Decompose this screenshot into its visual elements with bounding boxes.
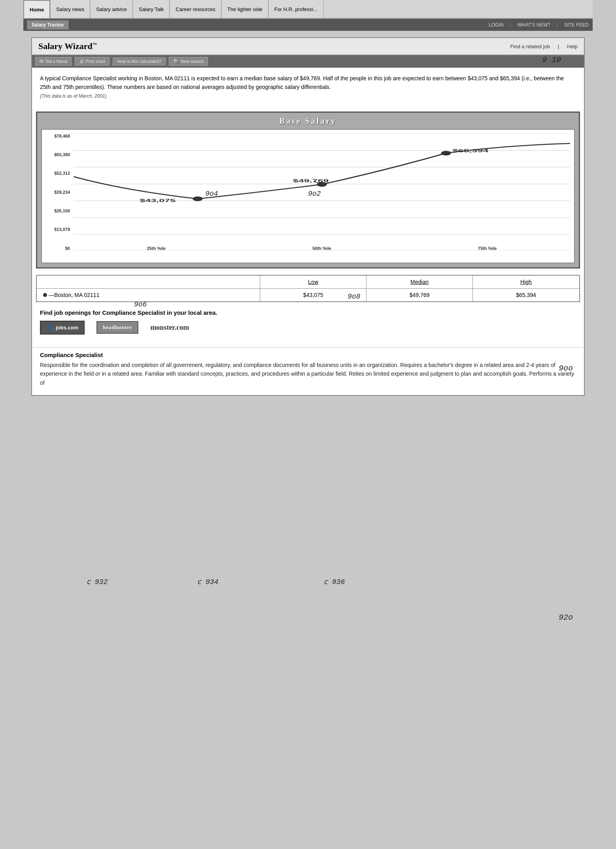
jobs-com-button[interactable]: 🐾 jobs.com <box>40 321 85 335</box>
ann-934: ᴄ 934 <box>197 577 218 586</box>
nav-salary-talk-label: Salary Talk <box>139 6 164 12</box>
chart-container: Base Salary $78,468 $65,390 $52,312 $39,… <box>36 112 580 269</box>
y-label-1: $65,390 <box>54 152 70 157</box>
toolbar-row: ✉ Tell a friend 🖨 Print chart How is thi… <box>32 55 584 68</box>
nav-home-label: Home <box>30 7 44 13</box>
new-search-button[interactable]: 🔍 New search <box>169 57 208 66</box>
find-related-job-link[interactable]: Find a related job <box>510 43 550 49</box>
nav-tab-home[interactable]: Home <box>23 0 50 18</box>
salary-curve-svg: $43,075 $49,769 $65,394 <box>74 134 570 251</box>
salary-high: $65,394 <box>472 288 580 302</box>
wizard-header-links: Find a related job | Help <box>510 43 578 49</box>
job-description-section: Compliance Specialist Responsible for th… <box>32 347 584 395</box>
print-chart-button[interactable]: 🖨 Print chart <box>75 57 110 66</box>
table-header-median[interactable]: Median <box>367 275 473 289</box>
svg-text:$43,075: $43,075 <box>140 198 176 203</box>
search-icon: 🔍 <box>173 59 179 64</box>
chart-title: Base Salary <box>41 117 575 126</box>
print-icon: 🖨 <box>79 59 84 64</box>
second-nav-right: LOGIN I WHAT'S NEW? I SITE FEED <box>489 22 589 28</box>
table-row: —Boston, MA 02111 $43,075 $49,769 $65,39… <box>36 288 580 302</box>
data-note: (This data is as of March, 2001) <box>40 93 576 99</box>
help-link[interactable]: Help <box>567 43 578 49</box>
chart-inner: $78,468 $65,390 $52,312 $39,234 $26,156 … <box>41 129 575 263</box>
nav-lighter-side-label: The lighter side <box>227 6 263 12</box>
monster-link[interactable]: monster.com <box>150 323 189 332</box>
wizard-title: Salary Wizard™ <box>38 41 97 51</box>
nav-tab-lighter-side[interactable]: The lighter side <box>221 0 268 18</box>
y-label-0: $78,468 <box>54 134 70 138</box>
nav-hr-label: For H.R. professi... <box>274 6 317 12</box>
x-label-25: 25th %ile <box>147 246 166 251</box>
nav-tab-salary-news[interactable]: Salary news <box>50 0 90 18</box>
headhunter-button[interactable]: headhunter <box>96 321 138 334</box>
y-axis-labels: $78,468 $65,390 $52,312 $39,234 $26,156 … <box>42 134 72 251</box>
salary-median: $49,769 <box>367 288 473 302</box>
headhunter-link[interactable]: headhunter <box>96 321 138 334</box>
nav-career-resources-label: Career resources <box>176 6 215 12</box>
email-icon: ✉ <box>40 59 43 64</box>
salary-tracker-button[interactable]: Salary Tracker <box>27 21 68 29</box>
nav-salary-news-label: Salary news <box>56 6 84 12</box>
paw-icon: 🐾 <box>46 324 54 331</box>
job-openings-title: Find job openings for Compliance Special… <box>40 308 576 317</box>
sep1: I <box>510 22 511 28</box>
sep2: I <box>557 22 558 28</box>
salary-data-table: Low Median High —Boston, MA 02111 $43,07… <box>36 275 580 302</box>
ann-920: 92o <box>559 613 573 622</box>
nav-salary-advice-label: Salary advice <box>96 6 127 12</box>
salary-low: $43,075 <box>260 288 367 302</box>
dot-marker <box>43 293 47 297</box>
login-link[interactable]: LOGIN <box>489 22 503 28</box>
whats-new-link[interactable]: WHAT'S NEW? <box>518 22 550 28</box>
jobs-com-link[interactable]: 🐾 jobs.com <box>40 321 85 335</box>
ann-932: ᴄ 932 <box>87 577 108 586</box>
second-nav: Salary Tracker LOGIN I WHAT'S NEW? I SIT… <box>23 19 593 31</box>
job-title-cell: —Boston, MA 02111 <box>36 288 260 302</box>
site-feed-link[interactable]: SITE FEED <box>564 22 589 28</box>
y-label-2: $52,312 <box>54 171 70 176</box>
nav-tab-salary-advice[interactable]: Salary advice <box>90 0 133 18</box>
job-desc-title: Compliance Specialist <box>40 352 576 358</box>
x-label-75: 75th %ile <box>478 246 497 251</box>
nav-tab-hr[interactable]: For H.R. professi... <box>268 0 323 18</box>
x-label-50: 50th %ile <box>312 246 331 251</box>
job-openings-section: Find job openings for Compliance Special… <box>32 308 584 347</box>
main-content: Salary Wizard™ Find a related job | Help… <box>31 37 585 396</box>
job-links-row: 🐾 jobs.com headhunter monster.com <box>40 321 576 335</box>
svg-text:$65,394: $65,394 <box>453 148 489 153</box>
y-label-5: $13,078 <box>54 227 70 232</box>
table-header-low[interactable]: Low <box>260 275 367 289</box>
salary-description: A typical Compliance Specialist working … <box>40 74 576 92</box>
nav-tab-career-resources[interactable]: Career resources <box>170 0 221 18</box>
table-header-high[interactable]: High <box>472 275 580 289</box>
job-desc-text: Responsible for the coordination and com… <box>40 361 576 387</box>
top-nav: Home Salary news Salary advice Salary Ta… <box>23 0 593 19</box>
salary-body: A typical Compliance Specialist working … <box>32 68 584 112</box>
how-calculated-button[interactable]: How is this calculated? <box>113 57 166 65</box>
wizard-header: Salary Wizard™ Find a related job | Help <box>32 38 584 55</box>
y-label-6: $0 <box>65 246 70 251</box>
table-header-job <box>36 275 260 289</box>
ann-936: ᴄ 936 <box>324 577 345 586</box>
nav-tab-salary-talk[interactable]: Salary Talk <box>133 0 170 18</box>
y-label-3: $39,234 <box>54 190 70 195</box>
y-label-4: $26,156 <box>54 208 70 213</box>
svg-text:$49,769: $49,769 <box>293 178 329 183</box>
chart-plot: $43,075 $49,769 $65,394 25th %ile 50th %… <box>74 134 570 251</box>
25th-percentile-dot <box>193 197 202 201</box>
tell-friend-button[interactable]: ✉ Tell a friend <box>35 57 72 66</box>
